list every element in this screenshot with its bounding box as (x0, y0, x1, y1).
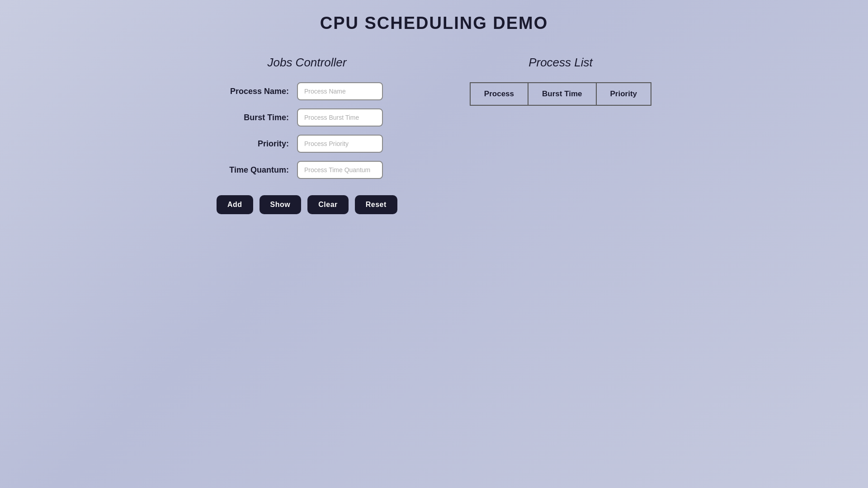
process-name-label: Process Name: (217, 87, 289, 96)
table-header-row: Process Burst Time Priority (470, 83, 651, 105)
time-quantum-group: Time Quantum: (217, 161, 397, 179)
main-content: Jobs Controller Process Name: Burst Time… (0, 56, 868, 214)
reset-button[interactable]: Reset (355, 195, 397, 214)
time-quantum-label: Time Quantum: (217, 165, 289, 175)
column-header-priority: Priority (596, 83, 651, 105)
add-button[interactable]: Add (217, 195, 253, 214)
process-list: Process List Process Burst Time Priority (470, 56, 651, 106)
button-row: Add Show Clear Reset (217, 195, 397, 214)
jobs-controller-title: Jobs Controller (267, 56, 346, 70)
priority-label: Priority: (217, 139, 289, 149)
priority-group: Priority: (217, 135, 397, 153)
process-name-group: Process Name: (217, 82, 397, 100)
column-header-process: Process (470, 83, 528, 105)
burst-time-input[interactable] (297, 108, 383, 127)
burst-time-group: Burst Time: (217, 108, 397, 127)
priority-input[interactable] (297, 135, 383, 153)
burst-time-label: Burst Time: (217, 113, 289, 122)
process-table: Process Burst Time Priority (470, 82, 651, 106)
jobs-controller: Jobs Controller Process Name: Burst Time… (217, 56, 397, 214)
page-title: CPU SCHEDULING DEMO (0, 0, 868, 33)
process-name-input[interactable] (297, 82, 383, 100)
column-header-burst-time: Burst Time (528, 83, 596, 105)
process-list-title: Process List (528, 56, 593, 70)
clear-button[interactable]: Clear (307, 195, 349, 214)
show-button[interactable]: Show (259, 195, 302, 214)
time-quantum-input[interactable] (297, 161, 383, 179)
